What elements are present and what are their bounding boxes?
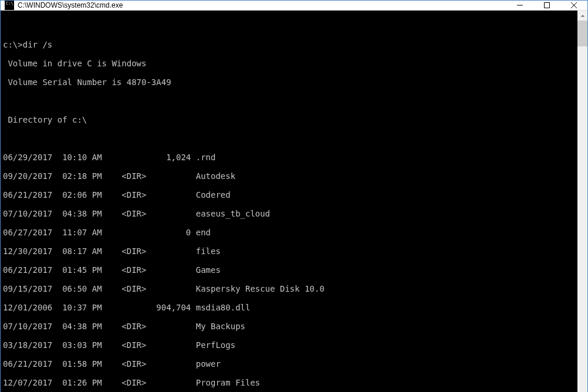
listing-row: 12/30/2017 08:17 AM <DIR> files <box>3 246 577 256</box>
scroll-thumb[interactable] <box>577 21 587 46</box>
directory-header: Directory of c:\ <box>3 115 577 124</box>
listing-row: 06/29/2017 10:10 AM 1,024 .rnd <box>3 153 577 162</box>
window-controls <box>506 1 587 10</box>
serial-line: Volume Serial Number is 4870-3A49 <box>3 77 577 87</box>
listing-row: 07/10/2017 04:38 PM <DIR> My Backups <box>3 322 577 331</box>
listing-row: 09/20/2017 02:18 PM <DIR> Autodesk <box>3 171 577 181</box>
cmd-window: C:\WINDOWS\system32\cmd.exe c:\>dir /s V… <box>0 0 588 392</box>
close-button[interactable] <box>560 1 587 10</box>
client-area: c:\>dir /s Volume in drive C is Windows … <box>1 11 587 392</box>
close-icon <box>571 2 577 8</box>
maximize-icon <box>544 2 550 8</box>
window-title: C:\WINDOWS\system32\cmd.exe <box>18 1 506 9</box>
listing-row: 06/21/2017 01:45 PM <DIR> Games <box>3 265 577 275</box>
blank-line <box>3 96 577 106</box>
prompt-line: c:\>dir /s <box>3 40 577 49</box>
blank-line <box>3 134 577 143</box>
blank-line <box>3 21 577 31</box>
command-text: dir /s <box>23 40 53 49</box>
listing-row: 06/21/2017 01:58 PM <DIR> power <box>3 359 577 369</box>
listing-row: 12/07/2017 01:26 PM <DIR> Program Files <box>3 378 577 387</box>
listing-row: 12/01/2006 10:37 PM 904,704 msdia80.dll <box>3 303 577 312</box>
listing-row: 03/18/2017 03:03 PM <DIR> PerfLogs <box>3 340 577 350</box>
minimize-button[interactable] <box>506 1 533 10</box>
chevron-up-icon <box>580 13 585 18</box>
listing-row: 06/21/2017 02:06 PM <DIR> Codered <box>3 190 577 200</box>
listing-row: 07/10/2017 04:38 PM <DIR> easeus_tb_clou… <box>3 209 577 218</box>
volume-line: Volume in drive C is Windows <box>3 59 577 68</box>
minimize-icon <box>517 2 523 8</box>
svg-rect-0 <box>545 3 550 8</box>
console-output[interactable]: c:\>dir /s Volume in drive C is Windows … <box>1 11 577 392</box>
listing-row: 09/15/2017 06:50 AM <DIR> Kaspersky Resc… <box>3 284 577 293</box>
titlebar[interactable]: C:\WINDOWS\system32\cmd.exe <box>1 1 587 11</box>
listing-row: 06/27/2017 11:07 AM 0 end <box>3 228 577 237</box>
maximize-button[interactable] <box>533 1 560 10</box>
prompt: c:\> <box>3 40 23 49</box>
scroll-up-button[interactable] <box>577 11 587 21</box>
vertical-scrollbar[interactable] <box>577 11 587 392</box>
cmd-icon <box>5 1 14 10</box>
